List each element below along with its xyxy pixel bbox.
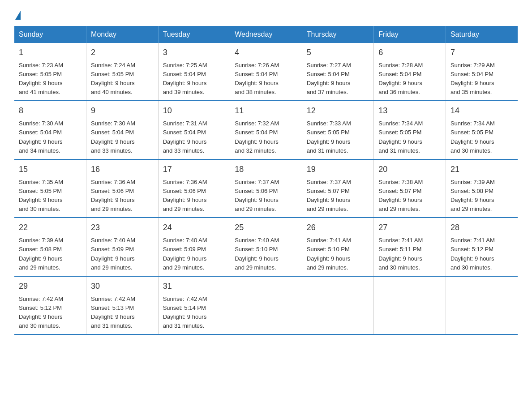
day-info: Sunrise: 7:28 AMSunset: 5:04 PMDaylight:… bbox=[378, 61, 441, 97]
calendar-cell-2-3: 10 Sunrise: 7:31 AMSunset: 5:04 PMDaylig… bbox=[158, 101, 230, 159]
day-info: Sunrise: 7:38 AMSunset: 5:07 PMDaylight:… bbox=[378, 178, 441, 214]
logo-triangle-icon bbox=[15, 11, 21, 20]
calendar-cell-2-5: 12 Sunrise: 7:33 AMSunset: 5:05 PMDaylig… bbox=[302, 101, 374, 159]
calendar-cell-5-6 bbox=[374, 276, 446, 334]
calendar-cell-3-3: 17 Sunrise: 7:36 AMSunset: 5:06 PMDaylig… bbox=[158, 159, 230, 218]
day-number: 1 bbox=[19, 47, 82, 59]
header-sunday: Sunday bbox=[14, 26, 86, 43]
calendar-cell-1-3: 3 Sunrise: 7:25 AMSunset: 5:04 PMDayligh… bbox=[158, 43, 230, 101]
day-info: Sunrise: 7:31 AMSunset: 5:04 PMDaylight:… bbox=[163, 119, 226, 155]
day-info: Sunrise: 7:37 AMSunset: 5:07 PMDaylight:… bbox=[307, 178, 369, 214]
calendar-cell-2-7: 14 Sunrise: 7:34 AMSunset: 5:05 PMDaylig… bbox=[446, 101, 518, 159]
day-info: Sunrise: 7:40 AMSunset: 5:10 PMDaylight:… bbox=[235, 236, 297, 272]
calendar-cell-4-2: 23 Sunrise: 7:40 AMSunset: 5:09 PMDaylig… bbox=[86, 218, 159, 276]
calendar-cell-1-5: 5 Sunrise: 7:27 AMSunset: 5:04 PMDayligh… bbox=[302, 43, 374, 101]
day-number: 10 bbox=[163, 105, 226, 117]
day-number: 21 bbox=[450, 163, 513, 176]
day-number: 30 bbox=[91, 280, 154, 293]
day-info: Sunrise: 7:27 AMSunset: 5:04 PMDaylight:… bbox=[307, 61, 369, 97]
calendar-cell-1-1: 1 Sunrise: 7:23 AMSunset: 5:05 PMDayligh… bbox=[14, 43, 86, 101]
calendar-cell-3-5: 19 Sunrise: 7:37 AMSunset: 5:07 PMDaylig… bbox=[302, 159, 374, 218]
day-info: Sunrise: 7:30 AMSunset: 5:04 PMDaylight:… bbox=[19, 119, 82, 155]
calendar-week-1: 1 Sunrise: 7:23 AMSunset: 5:05 PMDayligh… bbox=[14, 43, 518, 101]
calendar-cell-1-4: 4 Sunrise: 7:26 AMSunset: 5:04 PMDayligh… bbox=[230, 43, 302, 101]
day-number: 29 bbox=[19, 280, 82, 293]
day-number: 28 bbox=[450, 222, 513, 234]
header-monday: Monday bbox=[86, 26, 159, 43]
calendar-cell-1-6: 6 Sunrise: 7:28 AMSunset: 5:04 PMDayligh… bbox=[374, 43, 446, 101]
day-number: 17 bbox=[163, 163, 226, 176]
day-info: Sunrise: 7:40 AMSunset: 5:09 PMDaylight:… bbox=[163, 236, 226, 272]
day-number: 19 bbox=[307, 163, 369, 176]
calendar-cell-2-6: 13 Sunrise: 7:34 AMSunset: 5:05 PMDaylig… bbox=[374, 101, 446, 159]
day-number: 15 bbox=[19, 163, 82, 176]
calendar-cell-1-7: 7 Sunrise: 7:29 AMSunset: 5:04 PMDayligh… bbox=[446, 43, 518, 101]
calendar-cell-5-5 bbox=[302, 276, 374, 334]
day-number: 22 bbox=[19, 222, 82, 234]
calendar-cell-3-6: 20 Sunrise: 7:38 AMSunset: 5:07 PMDaylig… bbox=[374, 159, 446, 218]
day-number: 9 bbox=[91, 105, 154, 117]
day-info: Sunrise: 7:39 AMSunset: 5:08 PMDaylight:… bbox=[19, 236, 82, 272]
day-number: 7 bbox=[450, 47, 513, 59]
day-info: Sunrise: 7:29 AMSunset: 5:04 PMDaylight:… bbox=[450, 61, 513, 97]
calendar-cell-5-7 bbox=[446, 276, 518, 334]
calendar-cell-4-7: 28 Sunrise: 7:41 AMSunset: 5:12 PMDaylig… bbox=[446, 218, 518, 276]
day-info: Sunrise: 7:42 AMSunset: 5:13 PMDaylight:… bbox=[91, 295, 154, 331]
calendar-cell-5-1: 29 Sunrise: 7:42 AMSunset: 5:12 PMDaylig… bbox=[14, 276, 86, 334]
day-info: Sunrise: 7:36 AMSunset: 5:06 PMDaylight:… bbox=[91, 178, 154, 214]
calendar-cell-2-1: 8 Sunrise: 7:30 AMSunset: 5:04 PMDayligh… bbox=[14, 101, 86, 159]
header-wednesday: Wednesday bbox=[230, 26, 302, 43]
header-thursday: Thursday bbox=[302, 26, 374, 43]
calendar-week-4: 22 Sunrise: 7:39 AMSunset: 5:08 PMDaylig… bbox=[14, 218, 518, 276]
day-info: Sunrise: 7:36 AMSunset: 5:06 PMDaylight:… bbox=[163, 178, 226, 214]
day-info: Sunrise: 7:41 AMSunset: 5:11 PMDaylight:… bbox=[378, 236, 441, 272]
calendar-cell-2-4: 11 Sunrise: 7:32 AMSunset: 5:04 PMDaylig… bbox=[230, 101, 302, 159]
day-info: Sunrise: 7:42 AMSunset: 5:12 PMDaylight:… bbox=[19, 295, 82, 331]
day-number: 24 bbox=[163, 222, 226, 234]
day-number: 18 bbox=[235, 163, 297, 176]
day-info: Sunrise: 7:41 AMSunset: 5:12 PMDaylight:… bbox=[450, 236, 513, 272]
calendar-cell-5-2: 30 Sunrise: 7:42 AMSunset: 5:13 PMDaylig… bbox=[86, 276, 159, 334]
calendar-cell-3-7: 21 Sunrise: 7:39 AMSunset: 5:08 PMDaylig… bbox=[446, 159, 518, 218]
logo bbox=[14, 11, 21, 19]
header-tuesday: Tuesday bbox=[158, 26, 230, 43]
day-number: 31 bbox=[163, 280, 226, 293]
calendar-cell-1-2: 2 Sunrise: 7:24 AMSunset: 5:05 PMDayligh… bbox=[86, 43, 159, 101]
calendar-header-row: SundayMondayTuesdayWednesdayThursdayFrid… bbox=[14, 26, 518, 43]
calendar-week-2: 8 Sunrise: 7:30 AMSunset: 5:04 PMDayligh… bbox=[14, 101, 518, 159]
calendar-cell-4-6: 27 Sunrise: 7:41 AMSunset: 5:11 PMDaylig… bbox=[374, 218, 446, 276]
day-info: Sunrise: 7:32 AMSunset: 5:04 PMDaylight:… bbox=[235, 119, 297, 155]
day-number: 26 bbox=[307, 222, 369, 234]
day-number: 13 bbox=[378, 105, 441, 117]
day-info: Sunrise: 7:23 AMSunset: 5:05 PMDaylight:… bbox=[19, 61, 82, 97]
calendar-cell-4-4: 25 Sunrise: 7:40 AMSunset: 5:10 PMDaylig… bbox=[230, 218, 302, 276]
calendar-cell-4-3: 24 Sunrise: 7:40 AMSunset: 5:09 PMDaylig… bbox=[158, 218, 230, 276]
day-info: Sunrise: 7:39 AMSunset: 5:08 PMDaylight:… bbox=[450, 178, 513, 214]
calendar-week-5: 29 Sunrise: 7:42 AMSunset: 5:12 PMDaylig… bbox=[14, 276, 518, 334]
day-info: Sunrise: 7:40 AMSunset: 5:09 PMDaylight:… bbox=[91, 236, 154, 272]
calendar-cell-5-4 bbox=[230, 276, 302, 334]
day-number: 25 bbox=[235, 222, 297, 234]
calendar-cell-3-2: 16 Sunrise: 7:36 AMSunset: 5:06 PMDaylig… bbox=[86, 159, 159, 218]
day-info: Sunrise: 7:24 AMSunset: 5:05 PMDaylight:… bbox=[91, 61, 154, 97]
day-info: Sunrise: 7:25 AMSunset: 5:04 PMDaylight:… bbox=[163, 61, 226, 97]
calendar-cell-3-4: 18 Sunrise: 7:37 AMSunset: 5:06 PMDaylig… bbox=[230, 159, 302, 218]
day-number: 20 bbox=[378, 163, 441, 176]
day-number: 27 bbox=[378, 222, 441, 234]
day-number: 6 bbox=[378, 47, 441, 59]
day-info: Sunrise: 7:26 AMSunset: 5:04 PMDaylight:… bbox=[235, 61, 297, 97]
day-info: Sunrise: 7:34 AMSunset: 5:05 PMDaylight:… bbox=[378, 119, 441, 155]
calendar-cell-5-3: 31 Sunrise: 7:42 AMSunset: 5:14 PMDaylig… bbox=[158, 276, 230, 334]
day-number: 4 bbox=[235, 47, 297, 59]
day-info: Sunrise: 7:35 AMSunset: 5:05 PMDaylight:… bbox=[19, 178, 82, 214]
page-header bbox=[14, 11, 518, 19]
calendar-cell-4-1: 22 Sunrise: 7:39 AMSunset: 5:08 PMDaylig… bbox=[14, 218, 86, 276]
day-info: Sunrise: 7:42 AMSunset: 5:14 PMDaylight:… bbox=[163, 295, 226, 331]
calendar-table: SundayMondayTuesdayWednesdayThursdayFrid… bbox=[14, 26, 518, 335]
calendar-week-3: 15 Sunrise: 7:35 AMSunset: 5:05 PMDaylig… bbox=[14, 159, 518, 218]
day-number: 3 bbox=[163, 47, 226, 59]
day-number: 8 bbox=[19, 105, 82, 117]
day-number: 12 bbox=[307, 105, 369, 117]
day-number: 11 bbox=[235, 105, 297, 117]
header-friday: Friday bbox=[374, 26, 446, 43]
